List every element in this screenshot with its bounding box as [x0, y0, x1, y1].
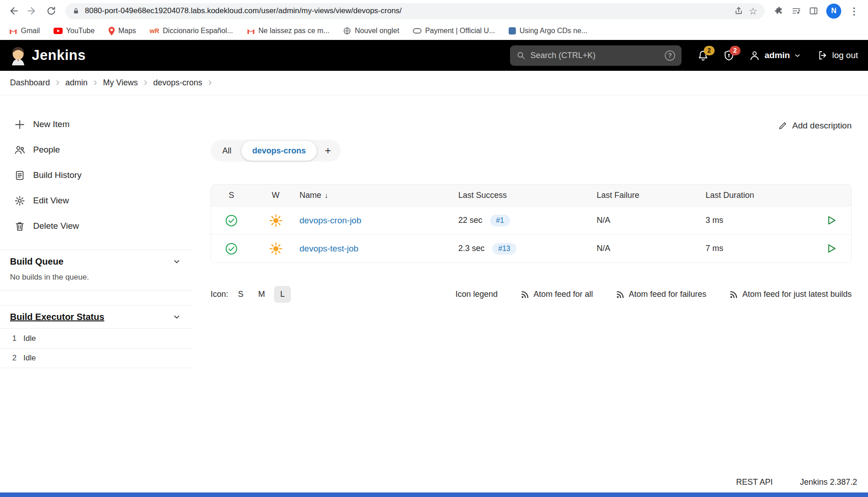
search-icon [516, 51, 525, 60]
gmail-icon [9, 28, 17, 34]
chevron-down-icon [794, 52, 801, 59]
chevron-right-icon: › [93, 77, 97, 88]
notifications-button[interactable]: 2 [697, 49, 709, 62]
feed-icon [729, 290, 738, 299]
bookmark-label: Maps [118, 27, 136, 35]
new-view-tab-button[interactable]: + [318, 140, 338, 162]
breadcrumb-dashboard[interactable]: Dashboard [10, 78, 50, 88]
search-input[interactable]: Search (CTRL+K) ? [510, 45, 682, 66]
run-build-button[interactable] [825, 242, 852, 255]
sidebar-item-new-item[interactable]: New Item [0, 112, 193, 137]
sidebar-item-delete-view[interactable]: Delete View [0, 213, 193, 239]
main-panel: Add description All devops-crons + S W N… [193, 95, 868, 497]
column-header-last-failure[interactable]: Last Failure [597, 191, 706, 200]
column-header-last-success[interactable]: Last Success [458, 191, 597, 200]
bookmark-label: Ne laissez pas ce m... [259, 27, 330, 35]
build-queue-header[interactable]: Build Queue [0, 250, 193, 273]
feed-icon [616, 290, 625, 299]
breadcrumb-context-chevron-icon[interactable]: › [208, 77, 212, 88]
sidebar-item-label: People [33, 145, 60, 155]
column-header-name-label: Name [299, 191, 321, 200]
table-footer-row: Icon: S M L Icon legend Atom feed for al… [211, 286, 852, 303]
executor-status-header[interactable]: Build Executor Status [0, 305, 193, 328]
last-failure-cell: N/A [597, 244, 706, 253]
bookmark-mail[interactable]: Ne laissez pas ce m... [247, 27, 330, 35]
atom-feed-all-label: Atom feed for all [534, 290, 593, 299]
browser-toolbar: 8080-port-049e68ec19204078.labs.kodeklou… [0, 0, 868, 22]
taskbar-strip [0, 492, 868, 497]
rest-api-link[interactable]: REST API [736, 477, 773, 487]
breadcrumb-admin[interactable]: admin [65, 78, 88, 88]
atom-feed-failures-link[interactable]: Atom feed for failures [616, 290, 706, 299]
icon-size-large-button[interactable]: L [274, 286, 291, 303]
share-icon[interactable] [734, 6, 743, 15]
sidebar: New Item People Build History Edit View … [0, 95, 193, 497]
extensions-icon[interactable] [775, 6, 784, 15]
user-menu[interactable]: admin [749, 49, 801, 61]
sidebar-item-label: New Item [33, 119, 69, 129]
build-number-badge[interactable]: #13 [492, 243, 516, 255]
job-link[interactable]: devops-cron-job [299, 216, 458, 226]
logout-button[interactable]: log out [817, 50, 858, 61]
jenkins-logo[interactable]: Jenkins [10, 45, 86, 65]
browser-menu-icon[interactable]: ⋮ [849, 6, 859, 16]
build-queue-section: Build Queue No builds in the queue. [0, 250, 193, 290]
back-button[interactable] [5, 2, 22, 20]
run-build-button[interactable] [825, 214, 852, 226]
add-description-button[interactable]: Add description [778, 121, 852, 131]
collapse-chevron-icon[interactable] [172, 313, 181, 321]
column-header-name[interactable]: Name ↓ [299, 191, 458, 200]
sidebar-item-edit-view[interactable]: Edit View [0, 188, 193, 213]
icon-legend-link[interactable]: Icon legend [456, 290, 498, 299]
header-actions: 2 2 admin log out [697, 49, 858, 62]
bookmark-nouvel-onglet[interactable]: Nouvel onglet [343, 27, 399, 35]
executor-status: Idle [23, 354, 35, 363]
column-header-last-duration[interactable]: Last Duration [706, 191, 825, 200]
search-help-icon[interactable]: ? [665, 50, 675, 61]
column-header-status[interactable]: S [229, 191, 234, 200]
collapse-chevron-icon[interactable] [172, 257, 181, 266]
media-controls-icon[interactable] [792, 6, 801, 15]
bookmark-youtube[interactable]: YouTube [54, 27, 95, 35]
bookmark-payment[interactable]: Payment | Official U... [413, 27, 495, 35]
security-badge: 2 [730, 46, 740, 55]
url-text: 8080-port-049e68ec19204078.labs.kodeklou… [85, 6, 729, 15]
atom-feed-all-link[interactable]: Atom feed for all [520, 290, 593, 299]
gmail-icon [247, 28, 255, 34]
status-success-icon [225, 214, 238, 227]
side-panel-icon[interactable] [809, 6, 818, 15]
refresh-button[interactable] [43, 2, 60, 20]
address-bar[interactable]: 8080-port-049e68ec19204078.labs.kodeklou… [65, 3, 765, 19]
sidebar-item-build-history[interactable]: Build History [0, 162, 193, 188]
tab-all[interactable]: All [213, 140, 240, 162]
jenkins-version[interactable]: Jenkins 2.387.2 [800, 477, 857, 487]
gear-icon [14, 195, 25, 207]
security-button[interactable]: 2 [723, 49, 735, 62]
bookmark-maps[interactable]: Maps [108, 27, 136, 35]
bookmark-star-icon[interactable]: ☆ [749, 6, 757, 16]
atom-feed-latest-link[interactable]: Atom feed for just latest builds [729, 290, 852, 299]
last-failure-cell: N/A [597, 216, 706, 225]
profile-avatar[interactable]: N [826, 4, 841, 19]
add-description-label: Add description [792, 121, 852, 131]
forward-button[interactable] [24, 2, 41, 20]
column-header-weather[interactable]: W [272, 191, 280, 200]
tab-devops-crons[interactable]: devops-crons [241, 141, 317, 161]
breadcrumb-devops-crons[interactable]: devops-crons [153, 78, 202, 88]
bookmark-gmail[interactable]: Gmail [9, 27, 40, 35]
bookmarks-bar: Gmail YouTube Maps wR Diccionario Españo… [0, 22, 868, 40]
last-success-cell: 2.3 sec #13 [458, 243, 597, 255]
trash-icon [14, 221, 25, 232]
icon-size-small-button[interactable]: S [232, 286, 249, 303]
notification-badge: 2 [704, 46, 715, 55]
bookmark-label: Gmail [21, 27, 40, 35]
bookmark-argo[interactable]: Using Argo CDs ne... [509, 27, 587, 35]
build-queue-empty-text: No builds in the queue. [0, 273, 193, 290]
sort-descending-icon: ↓ [324, 192, 328, 200]
build-number-badge[interactable]: #1 [490, 215, 510, 226]
job-link[interactable]: devops-test-job [299, 244, 458, 254]
breadcrumb-my-views[interactable]: My Views [103, 78, 138, 88]
bookmark-diccionario[interactable]: wR Diccionario Español... [150, 27, 233, 35]
sidebar-item-people[interactable]: People [0, 137, 193, 162]
icon-size-medium-button[interactable]: M [253, 286, 270, 303]
